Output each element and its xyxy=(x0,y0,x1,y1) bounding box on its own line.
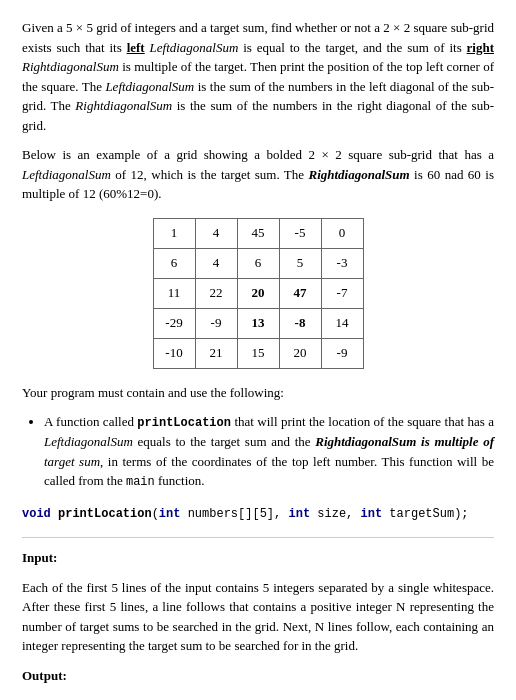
grid-cell: -29 xyxy=(153,308,195,338)
grid-cell: -9 xyxy=(195,308,237,338)
grid-cell: -3 xyxy=(321,248,363,278)
right-label: right xyxy=(467,40,494,55)
leftdiag-req: LeftdiagonalSum xyxy=(44,434,133,449)
input-label: Input: xyxy=(22,550,57,565)
left-label: left xyxy=(127,40,145,55)
grid-cell: 20 xyxy=(237,278,279,308)
leftdiag2: LeftdiagonalSum xyxy=(105,79,194,94)
requirements-list: A function called printLocation that wil… xyxy=(44,412,494,491)
output-label: Output: xyxy=(22,668,67,683)
grid-cell: 0 xyxy=(321,218,363,248)
rightdiag3: RightdiagonalSum xyxy=(309,167,410,182)
grid-cell: -10 xyxy=(153,338,195,368)
grid-container: 1445-506465-311222047-7-29-913-814-10211… xyxy=(22,218,494,369)
grid-cell: -5 xyxy=(279,218,321,248)
rightdiag-req: RightdiagonalSum is multiple of xyxy=(315,434,494,449)
intro-paragraph: Given a 5 × 5 grid of integers and a tar… xyxy=(22,18,494,135)
output-heading: Output: xyxy=(22,666,494,686)
grid-cell: 21 xyxy=(195,338,237,368)
grid-cell: 20 xyxy=(279,338,321,368)
main-ref: main xyxy=(126,475,155,489)
grid-cell: 5 xyxy=(279,248,321,278)
grid-cell: 6 xyxy=(237,248,279,278)
grid-cell: 4 xyxy=(195,218,237,248)
input-text: Each of the first 5 lines of the input c… xyxy=(22,578,494,656)
grid-cell: 47 xyxy=(279,278,321,308)
grid-cell: 11 xyxy=(153,278,195,308)
grid-cell: 15 xyxy=(237,338,279,368)
intro-paragraph2: Below is an example of a grid showing a … xyxy=(22,145,494,204)
leftdiag3: LeftdiagonalSum xyxy=(22,167,111,182)
requirement-item-1: A function called printLocation that wil… xyxy=(44,412,494,491)
rightdiag1: RightdiagonalSum xyxy=(22,59,119,74)
grid-cell: -8 xyxy=(279,308,321,338)
divider1 xyxy=(22,537,494,538)
grid-cell: 13 xyxy=(237,308,279,338)
rightdiag2: RightdiagonalSum xyxy=(75,98,172,113)
printlocation-func-name: printLocation xyxy=(137,416,231,430)
input-heading: Input: xyxy=(22,548,494,568)
requirements-heading-para: Your program must contain and use the fo… xyxy=(22,383,494,403)
grid-cell: 6 xyxy=(153,248,195,278)
grid-table: 1445-506465-311222047-7-29-913-814-10211… xyxy=(153,218,364,369)
grid-cell: 45 xyxy=(237,218,279,248)
grid-cell: 1 xyxy=(153,218,195,248)
output-text: The output must contain N lines. Each li… xyxy=(22,695,494,700)
grid-cell: 4 xyxy=(195,248,237,278)
targetsum-ref: target sum xyxy=(44,454,100,469)
grid-cell: -7 xyxy=(321,278,363,308)
which-word: which xyxy=(151,167,183,182)
grid-cell: 22 xyxy=(195,278,237,308)
grid-cell: -9 xyxy=(321,338,363,368)
function-signature: void printLocation(int numbers[][5], int… xyxy=(22,501,494,527)
grid-cell: 14 xyxy=(321,308,363,338)
leftdiag1: LeftdiagonalSum xyxy=(150,40,239,55)
